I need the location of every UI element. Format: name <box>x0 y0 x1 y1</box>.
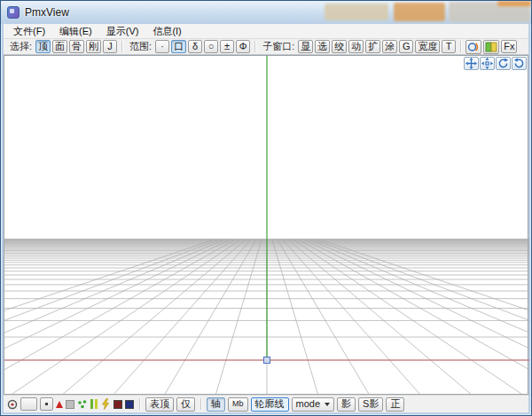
glass-reflection <box>325 4 388 20</box>
range-phi-button[interactable]: Φ <box>236 40 250 53</box>
gray-chip-icon <box>66 400 74 409</box>
viewport-3d[interactable] <box>4 55 528 395</box>
subwin-filter-button[interactable]: 绞 <box>332 40 347 53</box>
grid-color-icon <box>485 42 497 52</box>
axis-toggle-button[interactable]: 轴 <box>207 397 225 412</box>
menu-info[interactable]: 信息(I) <box>145 24 188 39</box>
fx-button[interactable]: Fx <box>501 40 517 53</box>
menubar: 文件(F) 编辑(E) 显示(V) 信息(I) <box>4 24 528 39</box>
ground-grid <box>4 56 529 396</box>
view-nav-icons <box>464 57 527 70</box>
dot-button[interactable] <box>40 397 53 411</box>
move-icon[interactable] <box>480 57 495 70</box>
statusbar: 表顶 仅 轴 Mb 轮廓线 mode 影 S影 正 <box>4 395 528 412</box>
swatch-button[interactable] <box>20 397 37 411</box>
toolbar-separator <box>254 41 255 52</box>
mode-dropdown[interactable]: mode <box>292 397 335 412</box>
shadow-toggle-button[interactable]: 影 <box>337 397 356 412</box>
chevron-down-icon <box>325 403 330 406</box>
pan-icon[interactable] <box>464 57 479 70</box>
range-circle-button[interactable]: ○ <box>204 40 218 53</box>
glass-reflection <box>497 1 531 6</box>
front-vertex-button[interactable]: 表顶 <box>145 397 174 412</box>
select-label: 选择: <box>10 40 32 53</box>
toolbar-separator <box>121 41 122 52</box>
dark-red-swatch <box>113 400 122 409</box>
rotate-ccw-icon[interactable] <box>512 57 527 70</box>
subwin-width-button[interactable]: 宽度 <box>415 40 440 53</box>
dual-bars-icon[interactable] <box>90 399 98 409</box>
app-icon <box>7 6 20 19</box>
lightning-icon[interactable] <box>100 398 111 410</box>
statusbar-separator <box>139 398 140 410</box>
subwin-t-button[interactable]: T <box>442 40 456 53</box>
green-dots-icon[interactable] <box>77 399 88 410</box>
mb-label: Mb <box>232 400 244 408</box>
front-toggle-button[interactable]: 正 <box>386 397 404 412</box>
range-label: 范围: <box>129 40 152 53</box>
select-mode-joint-button[interactable]: J <box>103 40 117 53</box>
select-mode-vertex-button[interactable]: 顶 <box>35 40 51 53</box>
glass-reflection <box>394 3 445 21</box>
statusbar-separator <box>200 398 201 410</box>
stereo-view-icon-button[interactable] <box>466 40 481 54</box>
subwin-display-button[interactable]: 显 <box>298 40 313 53</box>
range-box-button[interactable]: 口 <box>171 40 186 53</box>
range-plusminus-button[interactable]: ± <box>220 40 234 53</box>
subwin-g-button[interactable]: G <box>399 40 413 53</box>
select-mode-bone-button[interactable]: 骨 <box>69 40 84 53</box>
subwin-paint-button[interactable]: 涂 <box>382 40 397 53</box>
menu-view[interactable]: 显示(V) <box>99 24 146 39</box>
range-delta-button[interactable]: δ <box>188 40 202 53</box>
only-button[interactable]: 仅 <box>176 397 195 412</box>
self-shadow-toggle-button[interactable]: S影 <box>358 397 383 412</box>
toolbar: 选择: 顶 面 骨 刚 J 范围: · 口 δ ○ ± Φ 子窗口: 显 选 绞… <box>4 39 528 55</box>
menu-file[interactable]: 文件(F) <box>6 24 52 39</box>
mode-label: mode <box>296 399 321 409</box>
titlebar[interactable]: PmxView <box>1 1 531 24</box>
outline-toggle-button[interactable]: 轮廓线 <box>251 397 289 412</box>
subwindow-label: 子窗口: <box>262 40 294 53</box>
red-triangle-icon[interactable] <box>56 401 63 408</box>
toolbar-separator <box>460 41 461 52</box>
mb-toggle-button[interactable]: Mb <box>228 397 248 412</box>
stereo-view-icon <box>467 42 480 52</box>
origin-marker <box>264 357 270 364</box>
subwin-select-button[interactable]: 选 <box>315 40 330 53</box>
select-mode-rigid-button[interactable]: 刚 <box>86 40 101 53</box>
target-icon[interactable] <box>7 399 18 410</box>
range-dot-button[interactable]: · <box>155 40 169 53</box>
pmxview-window: PmxView 文件(F) 编辑(E) 显示(V) 信息(I) 选择: 顶 面 … <box>0 0 532 416</box>
window-title: PmxView <box>25 6 69 19</box>
subwin-extend-button[interactable]: 扩 <box>365 40 380 53</box>
select-mode-face-button[interactable]: 面 <box>52 40 67 53</box>
rotate-cw-icon[interactable] <box>496 57 511 70</box>
subwin-motion-button[interactable]: 动 <box>348 40 364 53</box>
menu-edit[interactable]: 编辑(E) <box>52 24 99 39</box>
grid-color-icon-button[interactable] <box>483 40 499 54</box>
navy-swatch <box>125 400 134 409</box>
